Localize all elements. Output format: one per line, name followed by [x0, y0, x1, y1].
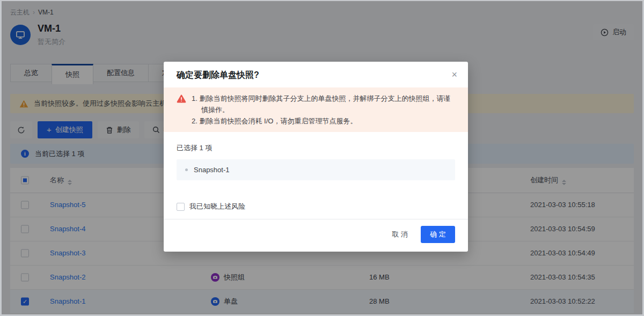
app-window: 云主机›VM-1 VM-1 暂无简介 [0, 0, 644, 316]
dialog-header: 确定要删除单盘快照? × [164, 62, 468, 87]
selected-count-label: 已选择 1 项 [177, 143, 455, 153]
close-icon[interactable]: × [451, 70, 457, 79]
risk-acknowledge-row[interactable]: 我已知晓上述风险 [177, 202, 455, 211]
risk-acknowledge-label: 我已知晓上述风险 [189, 202, 245, 211]
warning-text: 1. 删除当前快照将同时删除其子分支上的单盘快照，并解绑子分支上的快照组，请谨慎… [192, 93, 457, 127]
warning-line: 1. 删除当前快照将同时删除其子分支上的单盘快照，并解绑子分支上的快照组，请谨慎… [192, 93, 457, 115]
selected-item-box: Snapshot-1 [177, 159, 455, 180]
selected-item-name: Snapshot-1 [194, 166, 230, 174]
warning-line: 2. 删除当前快照会消耗 I/O，请勿重启管理节点服务。 [192, 115, 457, 127]
dialog-warning-alert: 1. 删除当前快照将同时删除其子分支上的单盘快照，并解绑子分支上的快照组，请谨慎… [164, 87, 468, 132]
cancel-button[interactable]: 取 消 [386, 226, 413, 243]
dialog-title: 确定要删除单盘快照? [177, 70, 451, 81]
delete-snapshot-dialog: 确定要删除单盘快照? × 1. 删除当前快照将同时删除其子分支上的单盘快照，并解… [164, 62, 468, 252]
risk-acknowledge-checkbox[interactable] [177, 203, 185, 211]
dialog-footer: 取 消 确 定 [164, 219, 468, 252]
warning-triangle-icon [177, 94, 186, 127]
dialog-body: 已选择 1 项 Snapshot-1 我已知晓上述风险 [164, 132, 468, 219]
bullet-icon [185, 168, 188, 171]
confirm-button[interactable]: 确 定 [421, 226, 455, 243]
